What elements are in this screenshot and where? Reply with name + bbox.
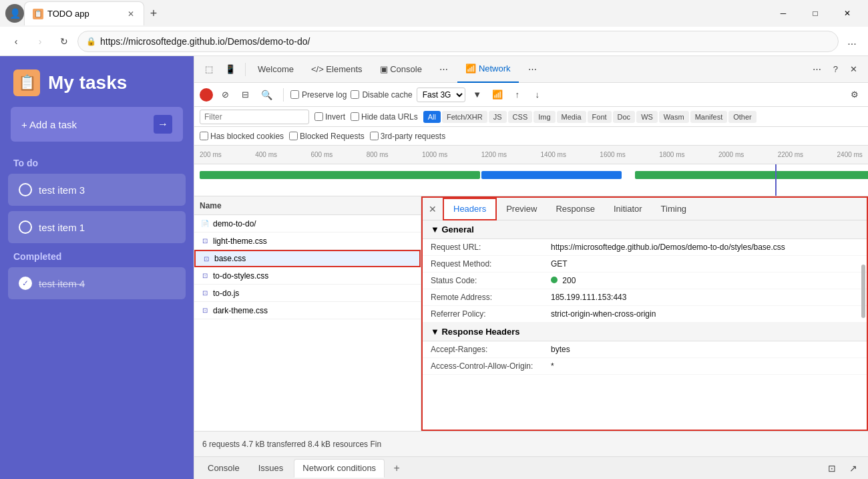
row-name-demo: demo-to-do/ <box>213 219 415 228</box>
task-item-test1[interactable]: test item 1 <box>8 211 186 243</box>
status-value: 200 <box>551 276 859 285</box>
active-tab[interactable]: 📋 TODO app ✕ <box>24 1 144 25</box>
detail-row-referrer-policy: Referrer Policy: strict-origin-when-cros… <box>423 306 867 323</box>
details-tab-preview[interactable]: Preview <box>497 198 546 220</box>
preserve-log-label[interactable]: Preserve log <box>290 90 347 100</box>
filter-media[interactable]: Media <box>557 111 586 123</box>
task-checkbox-test3[interactable] <box>19 183 32 196</box>
undock-button[interactable]: ⊡ <box>823 459 841 478</box>
new-tab-button[interactable]: + <box>144 4 163 23</box>
clear-button[interactable]: ⊘ <box>217 87 233 103</box>
settings-bottom-button[interactable]: ↗ <box>844 459 863 478</box>
back-button[interactable]: ‹ <box>5 31 27 52</box>
bottom-tab-console[interactable]: Console <box>200 459 248 478</box>
filter-doc[interactable]: Doc <box>613 111 636 123</box>
general-section-header[interactable]: ▼ General <box>423 220 867 239</box>
disable-cache-label[interactable]: Disable cache <box>351 90 412 100</box>
add-task-button[interactable]: + Add a task → <box>11 107 183 142</box>
blocked-requests-label[interactable]: Blocked Requests <box>289 132 365 141</box>
filter-css[interactable]: CSS <box>508 111 533 123</box>
filter-all[interactable]: All <box>423 111 441 123</box>
blocked-cookies-label[interactable]: Has blocked cookies <box>200 132 284 141</box>
tab-sources-more[interactable]: ⋯ <box>431 56 456 83</box>
network-conditions-icon[interactable]: 📶 <box>489 87 505 103</box>
maximize-button[interactable]: □ <box>800 3 831 24</box>
search-button[interactable]: 🔍 <box>257 88 276 102</box>
response-headers-section[interactable]: ▼ Response Headers <box>423 323 867 341</box>
tick-1800: 1800 ms <box>659 151 684 158</box>
network-row-to-do-styles[interactable]: ⊡ to-do-styles.css <box>194 267 421 285</box>
third-party-checkbox[interactable] <box>370 132 379 140</box>
filter-other[interactable]: Other <box>728 111 756 123</box>
task-item-test3[interactable]: test item 3 <box>8 174 186 206</box>
devtools-toolbar: ⬚ 📱 Welcome </> Elements ▣ Console ⋯ 📶 N… <box>194 56 868 83</box>
tick-2200: 2200 ms <box>778 151 803 158</box>
filter-wasm[interactable]: Wasm <box>659 111 689 123</box>
inspect-element-button[interactable]: ⬚ <box>200 60 218 79</box>
filter-input[interactable] <box>200 110 309 124</box>
bottom-tab-issues[interactable]: Issues <box>250 459 292 478</box>
tab-close-button[interactable]: ✕ <box>126 8 136 20</box>
dt-close-button[interactable]: ✕ <box>845 60 863 79</box>
browser-more-button[interactable]: ... <box>841 31 863 52</box>
tab-welcome[interactable]: Welcome <box>250 56 302 83</box>
task-checkbox-test4[interactable]: ✓ <box>19 277 32 290</box>
tab-network[interactable]: 📶 Network <box>457 56 519 83</box>
invert-filter-label[interactable]: Invert <box>314 112 345 122</box>
record-button[interactable] <box>200 88 213 102</box>
address-bar[interactable]: 🔒 https://microsoftedge.github.io/Demos/… <box>77 31 839 52</box>
device-mode-button[interactable]: 📱 <box>220 60 241 79</box>
filter-font[interactable]: Font <box>588 111 612 123</box>
minimize-button[interactable]: ─ <box>768 3 799 24</box>
network-row-light-theme[interactable]: ⊡ light-theme.css <box>194 232 421 250</box>
network-row-dark-theme[interactable]: ⊡ dark-theme.css <box>194 302 421 319</box>
details-tab-timing[interactable]: Timing <box>652 198 696 220</box>
hide-data-urls-label[interactable]: Hide data URLs <box>351 112 418 122</box>
bottom-tab-network-conditions[interactable]: Network conditions <box>294 459 385 478</box>
tab-console[interactable]: ▣ Console <box>372 56 430 83</box>
import-button[interactable]: ↑ <box>509 87 525 103</box>
throttle-select[interactable]: Fast 3G <box>417 88 465 102</box>
invert-checkbox[interactable] <box>314 112 323 121</box>
network-row-base-css[interactable]: ⊡ base.css <box>194 250 421 267</box>
add-bottom-tab-button[interactable]: + <box>387 459 406 478</box>
dt-more-button[interactable]: ⋯ <box>807 60 827 79</box>
filter-manifest[interactable]: Manifest <box>690 111 728 123</box>
hide-data-urls-checkbox[interactable] <box>351 112 359 121</box>
network-row-demo-to-do[interactable]: 📄 demo-to-do/ <box>194 215 421 232</box>
details-tab-initiator[interactable]: Initiator <box>604 198 652 220</box>
task-checkbox-test1[interactable] <box>19 220 32 234</box>
method-label: Request Method: <box>431 259 551 269</box>
dt-help-button[interactable]: ? <box>828 60 843 79</box>
settings-button[interactable]: ⚙ <box>847 87 863 103</box>
forward-button[interactable]: › <box>29 31 51 52</box>
add-task-arrow-icon: → <box>154 115 172 134</box>
disable-cache-checkbox[interactable] <box>351 90 359 99</box>
details-close-button[interactable]: ✕ <box>423 199 443 219</box>
network-row-to-do-js[interactable]: ⊡ to-do.js <box>194 285 421 302</box>
details-tab-response[interactable]: Response <box>546 198 604 220</box>
preserve-log-checkbox[interactable] <box>290 90 299 99</box>
toolbar-separator-1 <box>245 63 246 76</box>
close-window-button[interactable]: ✕ <box>832 3 863 24</box>
filter-toggle-button[interactable]: ⊟ <box>237 87 253 103</box>
filter-img[interactable]: Img <box>533 111 555 123</box>
wifi-icon: 📶 <box>465 63 476 73</box>
task-item-test4[interactable]: ✓ test item 4 <box>8 267 186 299</box>
filter-fetch-xhr[interactable]: Fetch/XHR <box>442 111 487 123</box>
detail-row-remote-address: Remote Address: 185.199.111.153:443 <box>423 289 867 306</box>
filter-js[interactable]: JS <box>489 111 507 123</box>
tab-elements[interactable]: </> Elements <box>303 56 371 83</box>
tab-more[interactable]: ⋯ <box>520 56 545 83</box>
third-party-label[interactable]: 3rd-party requests <box>370 132 445 141</box>
details-tab-headers[interactable]: Headers <box>443 198 497 220</box>
blocked-requests-checkbox[interactable] <box>289 132 298 140</box>
refresh-button[interactable]: ↻ <box>53 31 75 52</box>
blocked-cookies-checkbox[interactable] <box>200 132 208 140</box>
filter-ws[interactable]: WS <box>636 111 658 123</box>
throttle-down-icon[interactable]: ▼ <box>469 87 485 103</box>
referrer-policy-label: Referrer Policy: <box>431 309 551 319</box>
status-text: 6 requests 4.7 kB transferred 8.4 kB res… <box>202 440 381 449</box>
export-button[interactable]: ↓ <box>529 87 546 103</box>
timeline-bar-green-1 <box>200 171 480 179</box>
